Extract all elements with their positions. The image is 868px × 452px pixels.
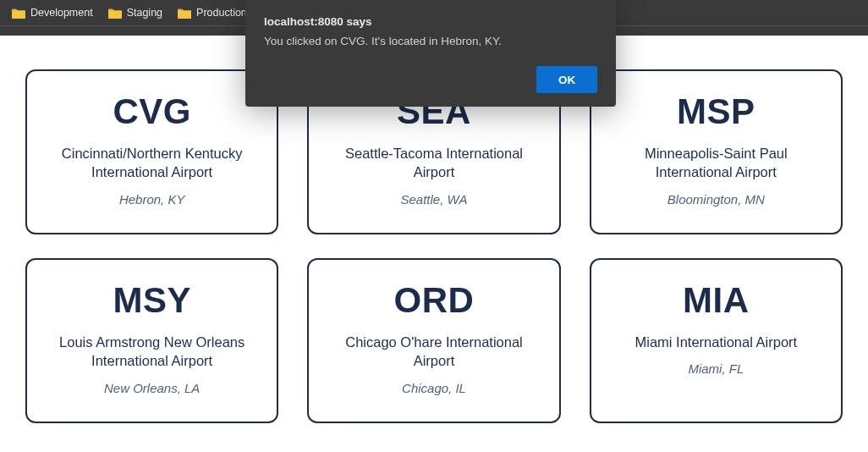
airport-card[interactable]: ORD Chicago O'hare International Airport… (307, 258, 560, 423)
bookmark-production[interactable]: Production (171, 3, 254, 22)
alert-dialog: localhost:8080 says You clicked on CVG. … (245, 0, 616, 107)
airport-code: ORD (394, 280, 475, 321)
dialog-message: You clicked on CVG. It's located in Hebr… (264, 35, 597, 47)
airport-name: Louis Armstrong New Orleans Internationa… (42, 333, 261, 371)
folder-icon (108, 8, 122, 19)
airport-location: Seattle, WA (401, 192, 468, 207)
airport-name: Chicago O'hare International Airport (324, 333, 543, 371)
bookmark-label: Staging (127, 7, 162, 19)
airport-code: MSP (677, 91, 755, 132)
ok-button[interactable]: OK (536, 66, 597, 93)
folder-icon (178, 8, 191, 19)
bookmark-staging[interactable]: Staging (102, 3, 169, 22)
airport-location: Miami, FL (688, 361, 744, 376)
airport-code: MIA (683, 280, 750, 321)
airport-location: Bloomington, MN (667, 192, 765, 207)
airport-location: New Orleans, LA (104, 381, 200, 395)
airport-code: MSY (113, 280, 191, 321)
airport-name: Seattle-Tacoma International Airport (324, 144, 543, 182)
airport-name: Minneapolis-Saint Paul International Air… (607, 144, 826, 182)
dialog-origin: localhost:8080 says (264, 15, 597, 28)
airport-card[interactable]: MIA Miami International Airport Miami, F… (590, 258, 843, 423)
airport-location: Hebron, KY (119, 192, 185, 207)
folder-icon (12, 8, 25, 19)
airport-location: Chicago, IL (402, 381, 466, 395)
airport-name: Miami International Airport (635, 333, 797, 351)
dialog-actions: OK (264, 66, 597, 93)
bookmark-label: Development (30, 7, 93, 19)
airport-card[interactable]: CVG Cincinnati/Northern Kentucky Interna… (25, 69, 278, 234)
airport-grid: CVG Cincinnati/Northern Kentucky Interna… (25, 69, 843, 423)
bookmark-development[interactable]: Development (5, 3, 100, 22)
bookmark-label: Production (196, 7, 247, 19)
airport-card[interactable]: MSP Minneapolis-Saint Paul International… (590, 69, 843, 234)
airport-code: CVG (113, 91, 191, 132)
airport-name: Cincinnati/Northern Kentucky Internation… (42, 144, 261, 182)
airport-card[interactable]: MSY Louis Armstrong New Orleans Internat… (25, 258, 278, 423)
